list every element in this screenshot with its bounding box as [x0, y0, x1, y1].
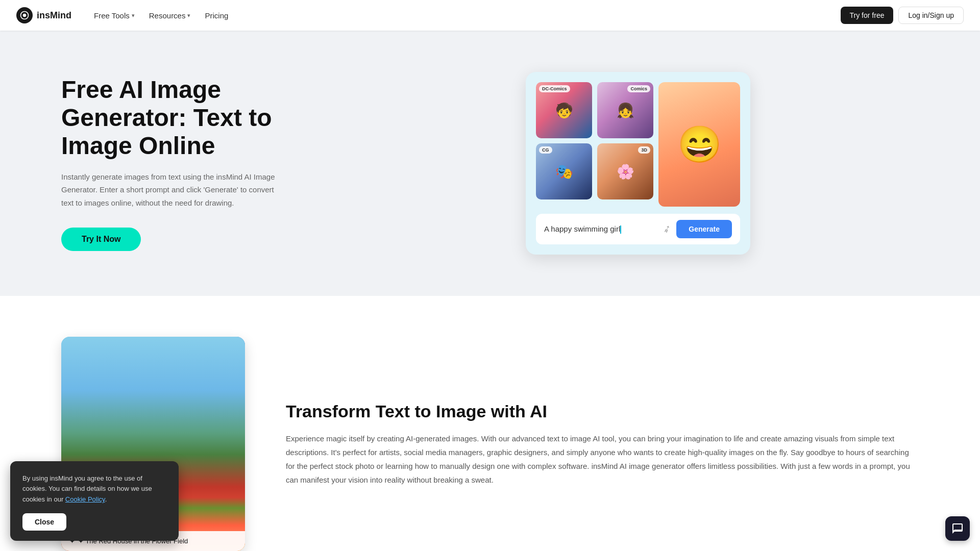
try-free-button[interactable]: Try for free [841, 7, 894, 24]
demo-thumb-2: Comics 👧 [597, 82, 653, 138]
transform-title: Transform Text to Image with AI [286, 401, 919, 422]
arrow-icon: ➶ [661, 222, 673, 236]
logo[interactable]: insMind [16, 7, 71, 23]
login-button[interactable]: Log in/Sign up [898, 7, 964, 24]
cookie-banner: By using insMind you agree to the use of… [10, 461, 179, 541]
demo-thumb-1: DC-Comics 🧒 [536, 82, 592, 138]
demo-thumb-4: 3D 🌸 [597, 143, 653, 199]
chat-support-button[interactable] [945, 516, 970, 541]
transform-text: Transform Text to Image with AI Experien… [286, 401, 919, 487]
badge-3d: 3D [638, 146, 650, 154]
hero-section: Free AI Image Generator: Text to Image O… [0, 31, 980, 296]
free-tools-menu[interactable]: Free Tools ▾ [88, 7, 141, 24]
resources-menu[interactable]: Resources ▾ [143, 7, 197, 24]
hero-left: Free AI Image Generator: Text to Image O… [61, 76, 327, 251]
transform-description: Experience magic itself by creating AI-g… [286, 432, 919, 487]
brand-name: insMind [37, 10, 71, 21]
free-tools-chevron-icon: ▾ [132, 12, 135, 19]
generate-button[interactable]: Generate [676, 220, 732, 238]
text-cursor [620, 226, 621, 234]
hero-description: Instantly generate images from text usin… [61, 170, 276, 210]
prompt-value: A happy swimming girl [544, 224, 620, 233]
cookie-close-button[interactable]: Close [22, 513, 66, 531]
demo-grid: DC-Comics 🧒 Comics 👧 CG 🎭 [536, 82, 653, 199]
pricing-link[interactable]: Pricing [199, 7, 234, 24]
badge-dc-comics: DC-Comics [539, 85, 570, 92]
hero-title: Free AI Image Generator: Text to Image O… [61, 76, 327, 160]
cookie-text: By using insMind you agree to the use of… [22, 473, 166, 505]
try-now-button[interactable]: Try It Now [61, 228, 141, 251]
nav-links: Free Tools ▾ Resources ▾ Pricing [88, 7, 234, 24]
hero-right: DC-Comics 🧒 Comics 👧 CG 🎭 [357, 72, 919, 255]
badge-comics: Comics [627, 85, 650, 92]
cookie-period: . [105, 495, 107, 503]
demo-input-area: A happy swimming girl ➶ Generate [536, 214, 740, 244]
navbar: insMind Free Tools ▾ Resources ▾ Pricing… [0, 0, 980, 31]
resources-label: Resources [149, 11, 186, 20]
demo-prompt-text: A happy swimming girl [544, 224, 657, 234]
demo-thumb-3: CG 🎭 [536, 143, 592, 199]
svg-point-1 [23, 14, 27, 17]
nav-right: Try for free Log in/Sign up [841, 7, 964, 24]
nav-left: insMind Free Tools ▾ Resources ▾ Pricing [16, 7, 234, 24]
logo-icon [16, 7, 33, 23]
demo-card: DC-Comics 🧒 Comics 👧 CG 🎭 [526, 72, 750, 255]
cookie-policy-link[interactable]: Cookie Policy [65, 495, 105, 503]
resources-chevron-icon: ▾ [187, 12, 190, 19]
demo-large-image: 😄 [658, 82, 740, 207]
logo-svg [19, 10, 30, 20]
free-tools-label: Free Tools [94, 11, 130, 20]
badge-cg: CG [539, 146, 552, 154]
chat-icon [951, 522, 964, 535]
pricing-label: Pricing [205, 11, 228, 20]
